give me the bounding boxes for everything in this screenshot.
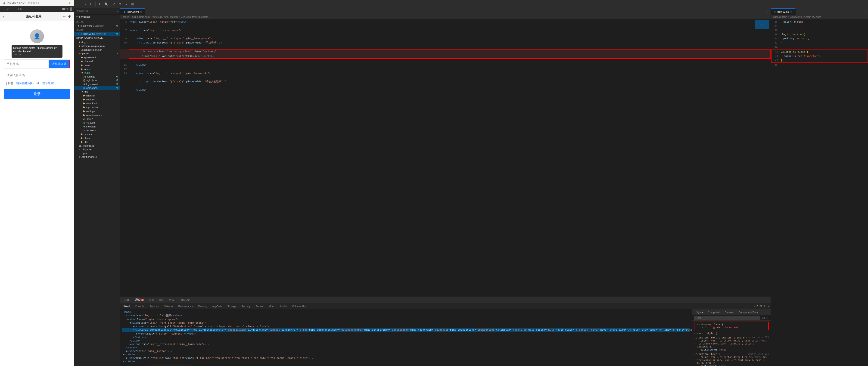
folder-plaza[interactable]: ▶ plaza [74, 136, 120, 140]
avatar[interactable]: 👤 [30, 29, 44, 43]
open-file-login-wxss[interactable]: ✕ ≡ login.wxss pages/login M [74, 32, 120, 36]
panel-tab-appdata[interactable]: AppData [210, 303, 224, 309]
more-icon[interactable]: ⋯ [863, 10, 866, 13]
file-login-wxml[interactable]: ◈ login.wxml M [74, 82, 120, 86]
tree-line[interactable]: </button> [122, 335, 690, 339]
tab-close-icon[interactable]: ✕ [790, 11, 792, 13]
file-me-js[interactable]: JS me.js [74, 117, 120, 121]
tree-line[interactable]: <view class="login__title">圈子</view> [122, 314, 690, 318]
folder-download[interactable]: ▶ download [74, 101, 120, 105]
compile-icon[interactable]: ⊙ [17, 7, 19, 11]
tab-login-wxss[interactable]: ≡ login.wxss ✕ [771, 8, 796, 15]
folder-tdesign[interactable]: ▶ tdesign-miniprogram [74, 44, 120, 48]
login-button[interactable]: 登录 [4, 89, 70, 99]
tree-line[interactable]: ▼<view class="login__form-input login__f… [122, 321, 690, 325]
tree-line[interactable]: ▶<tab-bar> [122, 353, 690, 356]
folder-login[interactable]: ▼ login [74, 71, 120, 75]
tree-line[interactable]: ▶<view class="t-button__content"></view> [122, 332, 690, 335]
cloud-icon[interactable]: ☁ [124, 2, 129, 6]
styles-tab-computed[interactable]: Computed [706, 309, 722, 315]
folder-movies[interactable]: ▶ movies [74, 132, 120, 136]
tree-line[interactable]: ▶<view class="login__button">... [122, 349, 690, 353]
tree-line[interactable]: ▶<view class="login__form-input login__f… [122, 342, 690, 346]
tab-issues[interactable]: 问题 [147, 297, 156, 303]
forward-icon[interactable]: → [10, 7, 13, 11]
file-gitignore[interactable]: ≡ .gitignore [74, 148, 120, 151]
tab-close-icon[interactable]: ✕ [140, 11, 142, 13]
folder-utils[interactable]: ▶ utils [74, 140, 120, 144]
layout-icon[interactable]: ⊞ [130, 2, 135, 6]
more-icon[interactable]: ⋯ [766, 10, 769, 13]
panel-tab-memory[interactable]: Memory [196, 303, 210, 309]
wxss-editor-body[interactable]: 36 color: ■ blue; 37 } 38 39 [771, 19, 868, 366]
folder-mychannel[interactable]: ▶ mychannel [74, 105, 120, 109]
tab-login-wxml[interactable]: ◈ login.wxml ✕ [120, 8, 145, 15]
panel-tab-sources[interactable]: Sources [147, 303, 161, 309]
explorer-more-icon[interactable]: ··· [116, 10, 118, 13]
panel-tab-network[interactable]: Network [161, 303, 176, 309]
dots-icon[interactable]: ··· [63, 14, 66, 18]
panel-tab-security[interactable]: Security [239, 303, 253, 309]
file-package-lock[interactable]: {} .package-lock.json [74, 48, 120, 52]
settings-icon[interactable]: ⚙ [118, 2, 122, 6]
tree-line[interactable]: ▶<view aria-role="tablist" role="tablist… [122, 356, 690, 360]
search-icon[interactable]: 🔍 [103, 2, 109, 6]
wxml-editor-body[interactable]: 5 <view class="login__title">圈子</view> 7… [120, 19, 771, 297]
panel-tab-performance[interactable]: Performance [176, 303, 195, 309]
phone-input[interactable] [4, 60, 49, 68]
settings-icon[interactable]: ⚙ [760, 305, 762, 308]
tree-line-selected[interactable]: ▶<view aria-agreeprivacyauthorization="t… [122, 328, 690, 332]
file-prettierignore[interactable]: ≡ .prettierignore [74, 155, 120, 159]
tab-debug[interactable]: 调试 6 [132, 297, 146, 303]
close-circle-icon[interactable]: ⊕ [68, 14, 71, 19]
branch-icon[interactable]: ⎇ [111, 2, 116, 6]
preview-icon[interactable]: ▷ [20, 7, 23, 11]
file-eslint[interactable]: JS .eslintrc.js [74, 144, 120, 148]
privacy-link[interactable]: 《隐私政策》 [40, 82, 56, 85]
folder-want-to-watch[interactable]: ▶ want-to-watch [74, 113, 120, 117]
tab-output[interactable]: 输出 [157, 297, 166, 303]
folder-dayjs[interactable]: ▶ dayjs [74, 40, 120, 44]
tab-build[interactable]: 构建 [122, 297, 132, 303]
file-login-json[interactable]: {} login.json M [74, 79, 120, 82]
file-me-json[interactable]: {} me.json [74, 121, 120, 124]
panel-tab-audits[interactable]: Audits [278, 303, 289, 309]
tree-line[interactable]: ▶<view aria-describedby="1f50e6ed--true"… [122, 325, 690, 328]
folder-devices[interactable]: ▶ devices [74, 97, 120, 101]
back-icon[interactable]: ← [76, 2, 81, 6]
back-icon[interactable]: ← [2, 7, 5, 11]
folder-agreement[interactable]: ▶ agreement [74, 55, 120, 59]
folder-channel[interactable]: ▶ channel [74, 59, 120, 63]
upload-icon[interactable]: ⬆ [97, 2, 102, 6]
add-style-icon[interactable]: + [767, 316, 769, 320]
folder-home[interactable]: ▶ home [74, 63, 120, 67]
file-npmrc[interactable]: ≡ .npmrc [74, 151, 120, 155]
panel-tab-vulnerability[interactable]: Vulnerability [290, 303, 308, 309]
styles-tab-dataset[interactable]: Dataset [722, 309, 736, 315]
code-input[interactable] [4, 71, 70, 79]
tree-line[interactable]: </view> [122, 346, 690, 349]
close-icon[interactable]: ✕ [78, 33, 80, 35]
file-login-wxss[interactable]: ≡ login.wxss M [74, 86, 120, 90]
forward-icon[interactable]: → [82, 2, 88, 6]
panel-tab-mock[interactable]: Mock [266, 303, 277, 309]
tree-line[interactable]: <page> [122, 310, 690, 314]
panel-tab-console[interactable]: Console [133, 303, 147, 309]
panel-tab-sensor[interactable]: Sensor [253, 303, 266, 309]
open-file-login-wxml[interactable]: ▶ login.wxml pages/login M [74, 24, 120, 28]
folder-pages[interactable]: ▼ pages ● [74, 52, 120, 55]
folder-me[interactable]: ▼ me [74, 90, 120, 93]
tab-terminal[interactable]: 终端 [167, 297, 177, 303]
folder-settings[interactable]: ▶ settings [74, 109, 120, 113]
folder-channel2[interactable]: ▶ channel [74, 93, 120, 97]
file-me-wxss[interactable]: ≡ me.wxss [74, 128, 120, 132]
tree-line[interactable]: </view> [122, 339, 690, 342]
tree-line[interactable]: </tab-bar> [122, 360, 690, 363]
styles-tab-styles[interactable]: Styles [693, 309, 705, 315]
refresh-icon[interactable]: ↻ [89, 2, 93, 6]
tab-quality[interactable]: 代码质量 [177, 297, 192, 303]
styles-tab-component[interactable]: Component Data [736, 309, 760, 315]
close-panel-icon[interactable]: ✕ [767, 305, 770, 308]
agreement-checkbox[interactable] [4, 82, 7, 85]
filter-input[interactable] [694, 316, 760, 320]
